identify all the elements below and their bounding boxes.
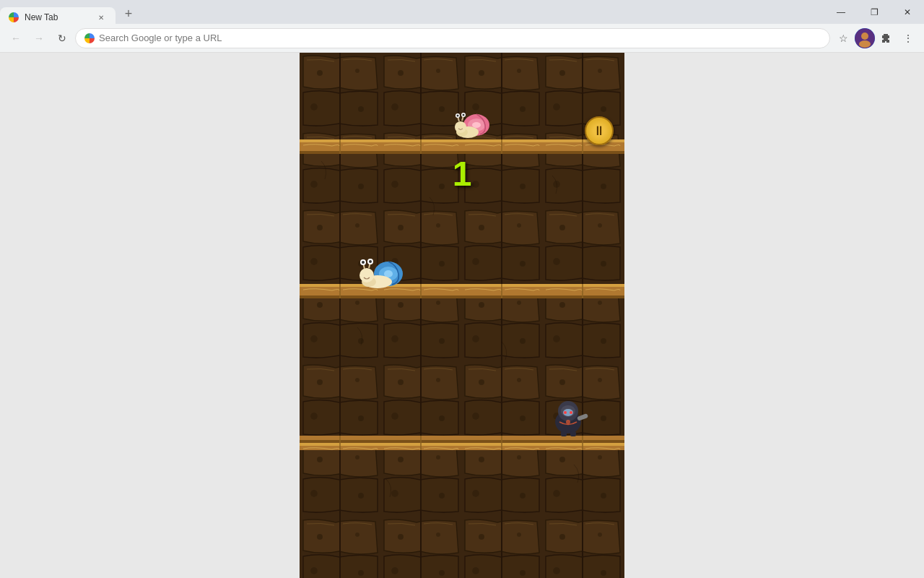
new-tab-button[interactable]: +: [118, 4, 139, 24]
svg-point-2: [859, 40, 871, 48]
svg-rect-16: [300, 436, 624, 450]
extensions-button[interactable]: [876, 28, 897, 48]
tab-favicon: [9, 12, 19, 22]
score-display: 1: [453, 154, 472, 194]
back-button[interactable]: ←: [6, 28, 26, 48]
svg-point-51: [566, 420, 570, 424]
tab-close-button[interactable]: ✕: [95, 12, 107, 23]
svg-point-23: [455, 121, 466, 133]
blue-snail: [359, 254, 403, 290]
profile-button[interactable]: [855, 28, 875, 48]
svg-point-35: [359, 268, 374, 282]
svg-rect-15: [300, 284, 624, 298]
svg-rect-50: [570, 431, 576, 436]
svg-rect-14: [300, 139, 624, 154]
active-tab[interactable]: New Tab ✕: [0, 7, 116, 27]
tab-strip: New Tab ✕ +: [0, 0, 139, 24]
svg-point-28: [457, 115, 459, 117]
tab-title: New Tab: [25, 12, 90, 22]
address-text: Search Google or type a URL: [99, 33, 222, 43]
toolbar-right: ☆ ⋮: [833, 28, 918, 48]
enemy-character: [545, 397, 592, 436]
bookmark-button[interactable]: ☆: [833, 28, 853, 48]
svg-point-20: [472, 122, 481, 128]
menu-button[interactable]: ⋮: [898, 28, 918, 48]
title-bar: New Tab ✕ + — ❐ ✕: [0, 0, 924, 24]
svg-rect-48: [577, 413, 588, 421]
svg-point-1: [861, 33, 868, 40]
game-canvas[interactable]: 1: [300, 53, 624, 578]
close-button[interactable]: ✕: [891, 0, 924, 24]
maximize-button[interactable]: ❐: [858, 0, 891, 24]
forward-button[interactable]: →: [29, 28, 49, 48]
pause-button[interactable]: [585, 116, 614, 145]
window-controls: — ❐ ✕: [824, 0, 924, 24]
svg-rect-49: [561, 431, 567, 436]
svg-point-46: [564, 411, 567, 414]
minimize-button[interactable]: —: [824, 0, 858, 24]
google-logo: [84, 33, 95, 43]
reload-button[interactable]: ↻: [52, 28, 72, 48]
svg-point-29: [463, 114, 465, 116]
svg-point-41: [369, 260, 372, 263]
svg-point-40: [362, 261, 365, 264]
browser-toolbar: ← → ↻ Search Google or type a URL ☆ ⋮: [0, 24, 924, 53]
pink-snail: [455, 107, 491, 139]
address-bar[interactable]: Search Google or type a URL: [75, 28, 830, 48]
page-content: 1: [0, 53, 924, 578]
svg-point-47: [570, 411, 572, 414]
